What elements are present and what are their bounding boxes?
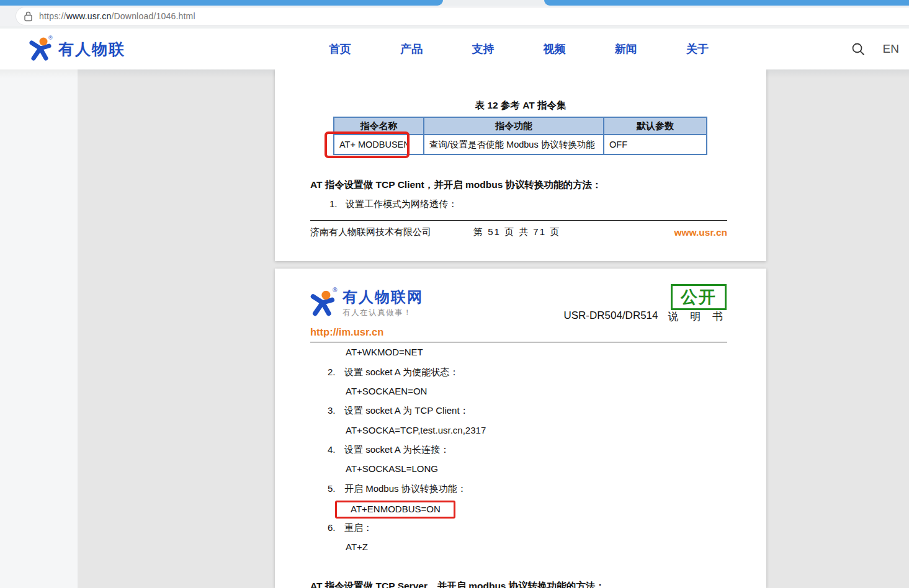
doc-logo-text: 有人物联网: [343, 289, 423, 305]
public-badge: 公开: [671, 284, 727, 310]
lock-icon: [24, 11, 32, 22]
step-4: 4.设置 socket A 为长连接：: [328, 444, 449, 455]
footer-company: 济南有人物联网技术有限公司: [310, 226, 431, 238]
tab-strip-left-segment: [0, 0, 443, 6]
doc-site-link: http://im.usr.cn: [310, 326, 383, 338]
url-scheme: https://: [39, 11, 66, 21]
viewer-left-gutter: [0, 69, 78, 588]
table-caption: 表 12 参考 AT 指令集: [275, 99, 766, 112]
step-5-number: 5.: [328, 483, 344, 494]
doc-type: 说 明 书: [668, 310, 727, 324]
nav-item-support[interactable]: 支持: [472, 42, 494, 56]
red-annotation-box-modbusen: [325, 131, 410, 158]
registered-mark: ®: [333, 287, 337, 293]
tcp-server-method-heading: AT 指令设置做 TCP Server，并开启 modbus 协议转换功能的方法…: [310, 580, 605, 588]
step-3: 3.设置 socket A 为 TCP Client：: [328, 405, 469, 416]
step-3-text: 设置 socket A 为 TCP Client：: [344, 405, 469, 416]
cell-command-function: 查询/设置是否使能 Modbus 协议转换功能: [424, 135, 604, 154]
step-4-text: 设置 socket A 为长连接：: [344, 444, 449, 455]
step-4-number: 4.: [328, 444, 344, 455]
address-bar[interactable]: https://www.usr.cn/Download/1046.html: [16, 7, 909, 25]
step-2: 2.设置 socket A 为使能状态：: [328, 367, 459, 378]
url-text: https://www.usr.cn/Download/1046.html: [39, 11, 195, 21]
step-1: 1.设置工作模式为网络透传：: [329, 198, 457, 210]
red-annotation-box-enmodbus: AT+ENMODBUS=ON: [335, 501, 455, 519]
site-header: ® 有人物联 首页 产品 支持 视频 新闻 关于 EN: [0, 29, 909, 69]
at-command: AT+SOCKAEN=ON: [346, 386, 427, 397]
language-toggle[interactable]: EN: [883, 42, 899, 56]
doc-title: USR-DR504/DR514 说 明 书: [563, 310, 727, 324]
step-1-number: 1.: [329, 198, 346, 209]
url-host: www.usr.cn: [66, 11, 112, 21]
at-command: AT+WKMOD=NET: [346, 347, 423, 358]
nav-item-home[interactable]: 首页: [329, 42, 351, 56]
step-6-number: 6.: [328, 522, 344, 533]
nav-item-videos[interactable]: 视频: [544, 42, 566, 56]
table-header-default-param: 默认参数: [604, 117, 707, 135]
step-5-text: 开启 Modbus 协议转换功能：: [344, 483, 467, 494]
step-1-text: 设置工作模式为网络透传：: [346, 198, 457, 209]
pdf-page-51: 表 12 参考 AT 指令集 指令名称 指令功能 默认参数 AT+ MODBUS…: [275, 69, 766, 261]
browser-window: https://www.usr.cn/Download/1046.html ® …: [0, 0, 909, 588]
main-nav: 首页 产品 支持 视频 新闻 关于: [329, 29, 709, 69]
doc-logo-tagline: 有人在认真做事！: [343, 308, 423, 318]
page-footer: 济南有人物联网技术有限公司 第 51 页 共 71 页 www.usr.cn: [310, 220, 727, 238]
at-command: AT+SOCKASL=LONG: [346, 463, 438, 474]
doc-header-divider: [310, 342, 727, 342]
at-command: AT+Z: [346, 541, 368, 553]
registered-mark: ®: [48, 35, 53, 41]
nav-item-about[interactable]: 关于: [686, 42, 709, 56]
tcp-client-method-heading: AT 指令设置做 TCP Client，并开启 modbus 协议转换功能的方法…: [310, 179, 602, 192]
browser-toolbar: https://www.usr.cn/Download/1046.html: [0, 6, 909, 29]
footer-page-indicator: 第 51 页 共 71 页: [473, 226, 560, 238]
at-command: AT+SOCKA=TCP,test.usr.cn,2317: [346, 425, 486, 436]
step-3-number: 3.: [328, 405, 344, 416]
table-header-command-function: 指令功能: [424, 117, 604, 135]
browser-tab-strip: [0, 0, 909, 6]
nav-item-products[interactable]: 产品: [400, 42, 423, 56]
tab-strip-right-segment: [544, 0, 909, 6]
nav-item-news[interactable]: 新闻: [615, 42, 637, 56]
step-6: 6.重启：: [328, 522, 372, 533]
step-2-text: 设置 socket A 为使能状态：: [344, 367, 459, 377]
url-path: /Download/1046.html: [111, 11, 195, 21]
header-right: EN: [851, 29, 899, 69]
pdf-viewer: 表 12 参考 AT 指令集 指令名称 指令功能 默认参数 AT+ MODBUS…: [0, 69, 909, 588]
step-6-text: 重启：: [344, 522, 372, 533]
pdf-page-52: ® 有人物联网 有人在认真做事！ 公开 USR-DR504/DR514 说 明 …: [275, 269, 766, 588]
footer-website: www.usr.cn: [674, 227, 727, 238]
doc-model: USR-DR504/DR514: [563, 310, 658, 324]
at-command-highlighted: AT+ENMODBUS=ON: [335, 501, 455, 519]
search-icon[interactable]: [851, 42, 866, 56]
step-5: 5.开启 Modbus 协议转换功能：: [328, 483, 467, 494]
cell-default-param: OFF: [604, 135, 707, 154]
step-2-number: 2.: [328, 367, 344, 378]
site-logo-text: 有人物联: [58, 39, 125, 60]
doc-logo: ® 有人物联网 有人在认真做事！: [309, 289, 423, 318]
site-logo[interactable]: ® 有人物联: [28, 37, 125, 61]
